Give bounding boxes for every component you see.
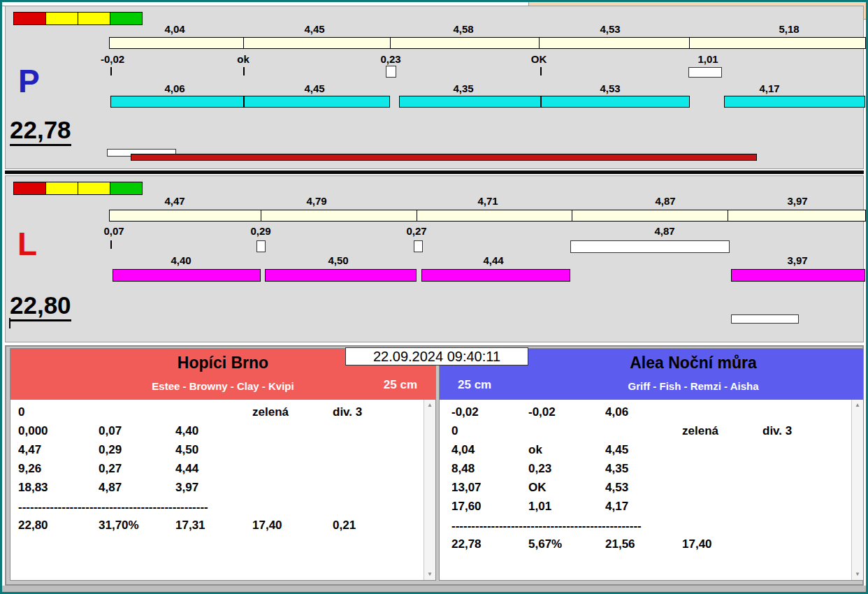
segment-time-label: 4,04: [136, 23, 213, 35]
split-mark-label: 4,87: [626, 225, 703, 237]
segment-time-label: 4,79: [278, 195, 355, 207]
result-cell: 1,01: [528, 500, 551, 514]
split-mark-label: 0,27: [378, 225, 455, 237]
result-cell: 4,87: [99, 481, 122, 495]
magenta-time-bar: [113, 269, 261, 282]
split-mark-label: 0,23: [352, 53, 429, 65]
status-light-yellow-2: [78, 182, 110, 195]
bar-segment: [244, 38, 391, 48]
result-cell: -0,02: [451, 405, 479, 419]
result-row: 0 zelená div. 3: [440, 424, 851, 442]
lane-l-status-lights: [14, 182, 143, 195]
segment-time-label: 3,97: [759, 195, 836, 207]
cyan-time-bar: [724, 96, 865, 108]
result-cell: 0,21: [333, 519, 356, 533]
lower-time-label: 4,45: [276, 82, 353, 94]
result-cell: 31,70%: [99, 519, 139, 533]
lane-p-panel: 4,04 4,45 4,58 4,53 5,18 -0,02 ok 0,23 O…: [5, 6, 864, 169]
split-marker-box: [256, 240, 266, 252]
separator-row: ----------------------------------------…: [10, 500, 423, 518]
scroll-up-icon[interactable]: ▲: [852, 400, 863, 411]
upper-time-bar-l: [109, 210, 866, 222]
app-window: 4,04 4,45 4,58 4,53 5,18 -0,02 ok 0,23 O…: [0, 0, 868, 594]
magenta-time-bar: [731, 269, 865, 282]
lower-time-label: 3,97: [759, 254, 836, 266]
scroll-up-icon[interactable]: ▲: [424, 400, 435, 411]
bar-segment: [572, 210, 728, 221]
totals-row: 22,78 5,67% 21,56 17,40: [440, 537, 851, 555]
separator-dashes: ----------------------------------------…: [18, 500, 208, 514]
result-cell: 4,17: [605, 500, 628, 514]
cyan-time-bar: [541, 96, 690, 108]
result-row: 4,47 0,29 4,50: [10, 443, 423, 461]
result-cell: 0,29: [99, 443, 122, 457]
lower-time-label: 4,44: [455, 254, 532, 266]
result-row: -0,02 -0,02 4,06: [440, 405, 851, 423]
segment-time-label: 4,45: [276, 23, 353, 35]
scrollbar-left-panel[interactable]: ▲ ▼: [424, 400, 435, 580]
lower-time-label: 4,06: [136, 82, 213, 94]
result-cell: 9,26: [18, 462, 41, 476]
lower-time-label: 4,53: [572, 82, 649, 94]
bar-segment: [690, 38, 865, 48]
segment-time-label: 4,47: [136, 195, 213, 207]
segment-time-label: 4,71: [449, 195, 526, 207]
progress-marker-box: [731, 314, 799, 324]
split-marker-box-wide: [570, 240, 730, 253]
lower-time-label: 4,40: [143, 254, 219, 266]
result-cell: 4,53: [605, 481, 628, 495]
lower-time-label: 4,35: [425, 82, 502, 94]
result-cell: 0,27: [99, 462, 122, 476]
cyan-time-bar: [244, 96, 390, 108]
status-light-red: [13, 12, 46, 25]
results-panel: 22.09.2024 09:40:11 Hopíci Brno Estee - …: [5, 345, 864, 586]
result-cell: 4,50: [175, 443, 198, 457]
result-cell: 5,67%: [528, 537, 562, 551]
bar-segment: [540, 38, 690, 48]
window-bottom-edge: [2, 586, 866, 592]
result-cell: 22,80: [18, 519, 48, 533]
lane-l-total: 22,80: [10, 292, 71, 321]
scroll-down-icon[interactable]: ▼: [424, 569, 435, 580]
result-cell: 17,40: [252, 519, 282, 533]
magenta-time-bar: [421, 269, 570, 282]
split-tick-mark: [243, 67, 245, 75]
segment-time-label: 4,58: [425, 23, 502, 35]
team-panel-right: Alea Noční můra Griff - Fish - Remzi - A…: [439, 348, 864, 581]
result-cell: 13,07: [451, 481, 482, 495]
segment-time-label: 4,53: [572, 23, 649, 35]
result-cell: 0: [18, 405, 24, 419]
status-light-red: [13, 182, 46, 195]
scroll-down-icon[interactable]: ▼: [852, 569, 863, 580]
result-cell: 17,31: [175, 519, 205, 533]
result-cell: 8,48: [451, 462, 475, 476]
distance-label-left: 25 cm: [384, 378, 417, 392]
split-tick-mark: [110, 240, 112, 249]
cyan-time-bar: [110, 96, 244, 108]
result-row: 8,48 0,23 4,35: [440, 462, 851, 479]
result-row: 9,26 0,27 4,44: [10, 462, 423, 479]
split-tick-mark: [540, 67, 542, 75]
magenta-time-bar: [265, 269, 417, 282]
result-cell: zelená: [682, 424, 718, 438]
result-cell: 4,44: [175, 462, 198, 476]
team-members-right: Griff - Fish - Remzi - Aisha: [523, 380, 863, 392]
result-cell: ok: [528, 443, 542, 457]
team-name-right: Alea Noční můra: [523, 354, 863, 372]
lower-time-label: 4,50: [300, 254, 377, 266]
split-marker-box: [688, 67, 722, 78]
status-light-green: [110, 182, 143, 195]
scrollbar-right-panel[interactable]: ▲ ▼: [851, 400, 863, 580]
result-row: 17,60 1,01 4,17: [440, 500, 851, 517]
totals-row: 22,80 31,70% 17,31 17,40 0,21: [10, 519, 423, 536]
result-cell: 18,83: [18, 481, 48, 495]
lane-p-status-lights: [14, 12, 143, 25]
cyan-time-bar: [399, 96, 541, 108]
result-cell: 21,56: [605, 537, 635, 551]
bar-segment: [391, 38, 540, 48]
upper-time-bar-p: [109, 37, 866, 49]
result-cell: zelená: [252, 405, 289, 419]
bar-segment: [110, 210, 261, 221]
separator-dashes: ----------------------------------------…: [451, 519, 642, 533]
result-row: 13,07 OK 4,53: [440, 481, 851, 498]
